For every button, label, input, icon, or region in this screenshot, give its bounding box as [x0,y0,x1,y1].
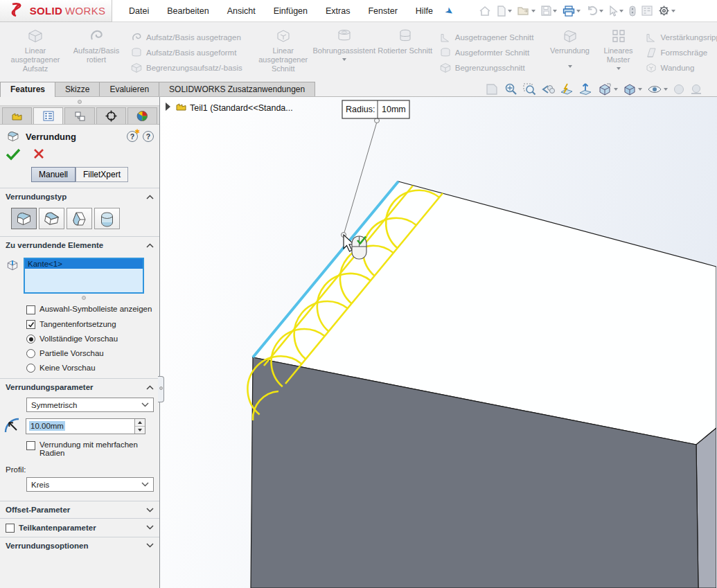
new-document-icon[interactable] [495,5,513,17]
tab-zusatzanwendungen[interactable]: SOLIDWORKS Zusatzanwendungen [159,82,315,96]
flyout-feature-tree[interactable]: Teil1 (Standard<<Standa... [166,103,293,113]
section-items-to-fillet[interactable]: Zu verrundende Elemente [0,236,159,253]
manual-mode-button[interactable]: Manuell [31,167,76,182]
menu-hilfe[interactable]: Hilfe [416,6,433,16]
lofted-boss-button[interactable]: Aufsatz/Basis ausgeformt [130,46,242,59]
no-preview-radio[interactable] [26,364,35,373]
tab-configuration-manager[interactable] [64,107,94,124]
settings-gear-icon[interactable] [657,4,677,17]
tree-expand-arrow-icon[interactable] [166,103,170,111]
section-fillet-parameters[interactable]: Verrundungsparameter [0,378,159,395]
collapse-chevron-icon[interactable] [146,195,154,199]
hide-show-eye-icon[interactable] [647,84,668,95]
tab-dimxpert-manager[interactable] [96,107,126,124]
edit-appearance-icon[interactable] [673,83,685,96]
right-face[interactable] [696,428,716,588]
tab-property-manager[interactable] [33,107,63,124]
linear-pattern-button[interactable]: Lineares Muster [596,24,641,82]
tab-evaluieren[interactable]: Evaluieren [99,82,159,96]
extruded-boss-button[interactable]: Linear ausgetragener Aufsatz [6,24,65,82]
partial-edge-checkbox[interactable] [6,524,15,533]
paper-gray-icon[interactable] [485,83,499,96]
selection-listbox[interactable]: Kante<1> [24,258,144,294]
save-icon[interactable] [540,5,558,17]
graphics-viewport[interactable]: Radius: 10mm Teil1 (Standard<<Standa... [160,97,717,588]
partial-preview-radio[interactable] [26,349,35,358]
no-preview-row[interactable]: Keine Vorschau [0,361,159,378]
whats-new-help-icon[interactable]: ?✱ [127,131,138,142]
panel-splitter-horizontal[interactable] [0,97,159,106]
ok-check-icon[interactable] [6,148,21,161]
extruded-cut-button[interactable]: Linear ausgetragener Schnitt [254,24,313,82]
menu-datei[interactable]: Datei [129,6,149,16]
menu-ansicht[interactable]: Ansicht [227,6,256,16]
full-preview-row[interactable]: Vollständige Vorschau [0,332,159,346]
collapse-chevron-icon[interactable] [146,385,154,390]
selected-edge-item[interactable]: Kante<1> [25,259,143,269]
zoom-fit-icon[interactable] [504,82,517,96]
options-list-icon[interactable] [640,5,654,17]
multiple-radius-checkbox[interactable] [26,441,35,450]
callout-value[interactable]: 10mm [382,105,406,114]
revolved-boss-button[interactable]: Aufsatz/Basis rotiert [67,24,126,82]
show-selection-toolbar-row[interactable]: Auswahl-Symbolleiste anzeigen [0,302,159,317]
draft-button[interactable]: Formschräge [645,46,717,59]
display-style-icon[interactable] [623,82,642,96]
collapse-chevron-icon[interactable] [146,243,154,248]
filletxpert-mode-button[interactable]: FilletXpert [76,167,128,182]
view-orientation-cube-icon[interactable] [597,82,618,96]
radius-callout[interactable]: Radius: 10mm [342,100,409,118]
help-icon[interactable]: ? [143,131,154,142]
radius-spinner[interactable] [134,419,145,434]
radius-value-input[interactable]: 10.00mm [26,418,145,434]
constant-radius-fillet-button[interactable] [11,208,37,229]
panel-splitter-handle[interactable] [158,376,164,402]
listbox-resize-handle[interactable] [0,295,159,302]
variable-radius-fillet-button[interactable] [39,208,64,229]
boundary-cut-button[interactable]: Begrenzungsschnitt [439,62,534,74]
expand-chevron-icon[interactable] [146,543,154,548]
section-offset-parameters[interactable]: Offset-Parameter [0,501,159,518]
fillet-button[interactable]: Verrundung [545,24,595,82]
tree-item-label[interactable]: Teil1 (Standard<<Standa... [190,103,293,113]
section-fillet-options[interactable]: Verrundungsoptionen [0,537,159,554]
tab-features[interactable]: Features [0,82,55,97]
menu-fenster[interactable]: Fenster [368,6,397,16]
cancel-x-icon[interactable] [33,148,44,159]
profile-dropdown[interactable]: Kreis [26,477,154,492]
shell-button[interactable]: Wandung [645,62,717,74]
section-partial-edge-parameters[interactable]: Teilkantenparameter [0,518,159,537]
swept-boss-button[interactable]: Aufsatz/Basis ausgetragen [130,31,242,44]
zoom-area-icon[interactable] [522,82,536,96]
menu-bearbeiten[interactable]: Bearbeiten [167,6,209,16]
multiple-radius-row[interactable]: Verrundung mit mehrfachen Radien [0,438,159,460]
expand-chevron-icon[interactable] [146,525,154,530]
swept-cut-button[interactable]: Ausgetragener Schnitt [439,31,534,44]
tangent-propagation-checkbox[interactable] [26,320,35,329]
mouse-gestures-icon[interactable] [628,5,637,17]
hole-wizard-button[interactable]: Bohrungsassistent [315,24,374,82]
pin-menu-icon[interactable]: ➤ [443,4,456,18]
revolved-cut-button[interactable]: Rotierter Schnitt [375,24,435,82]
show-selection-toolbar-checkbox[interactable] [26,305,35,314]
rib-button[interactable]: Verstärkungsrippe [645,31,717,44]
boundary-boss-button[interactable]: Begrenzungsaufsatz/-basis [130,62,242,74]
tab-skizze[interactable]: Skizze [55,82,100,96]
apply-scene-icon[interactable] [690,83,702,96]
home-icon[interactable] [477,5,493,17]
menu-extras[interactable]: Extras [326,6,350,16]
face-fillet-button[interactable] [67,208,92,229]
view-normal-to-icon[interactable] [578,82,592,96]
partial-preview-row[interactable]: Partielle Vorschau [0,346,159,361]
open-icon[interactable] [516,5,537,17]
tab-display-manager[interactable] [127,107,157,124]
select-cursor-icon[interactable] [608,5,625,17]
full-preview-radio[interactable] [26,335,35,344]
tab-feature-manager[interactable] [2,107,32,124]
lofted-cut-button[interactable]: Ausgeformter Schnitt [439,46,534,59]
menu-einfuegen[interactable]: Einfügen [274,6,308,16]
section-view-icon[interactable] [560,82,574,96]
full-round-fillet-button[interactable] [94,208,120,229]
expand-chevron-icon[interactable] [146,508,154,513]
previous-view-icon[interactable] [541,83,555,96]
